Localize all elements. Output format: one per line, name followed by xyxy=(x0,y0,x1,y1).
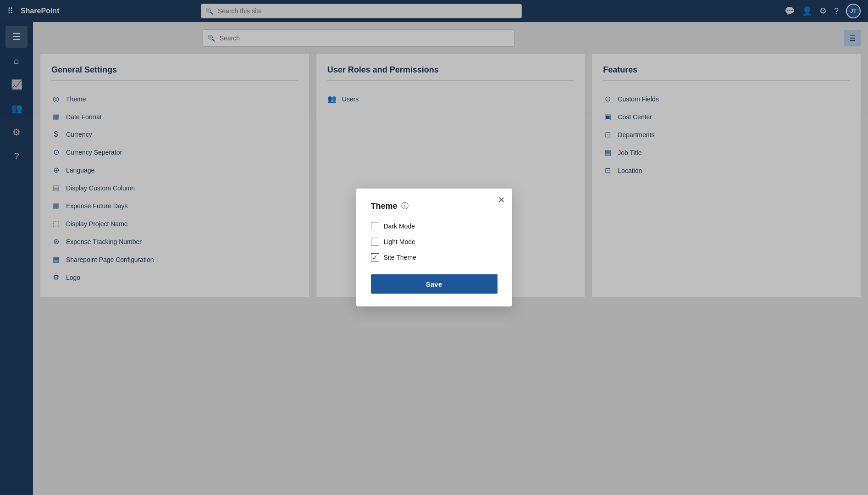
modal-close-button[interactable]: ✕ xyxy=(498,196,505,204)
modal-header: Theme ⓘ xyxy=(371,201,498,211)
modal-overlay: Theme ⓘ ✕ Dark Mode Light Mode ✓ Site Th… xyxy=(0,0,868,495)
site-theme-label: Site Theme xyxy=(384,254,416,261)
radio-item-dark-mode[interactable]: Dark Mode xyxy=(371,222,498,230)
theme-modal: Theme ⓘ ✕ Dark Mode Light Mode ✓ Site Th… xyxy=(356,189,512,306)
save-button[interactable]: Save xyxy=(371,274,498,294)
modal-title: Theme xyxy=(371,201,398,211)
radio-item-light-mode[interactable]: Light Mode xyxy=(371,238,498,246)
dark-mode-checkbox[interactable] xyxy=(371,222,379,230)
light-mode-checkbox[interactable] xyxy=(371,238,379,246)
site-theme-checkbox[interactable]: ✓ xyxy=(371,253,379,261)
dark-mode-label: Dark Mode xyxy=(384,222,415,230)
info-icon[interactable]: ⓘ xyxy=(401,201,409,211)
radio-item-site-theme[interactable]: ✓ Site Theme xyxy=(371,253,498,261)
light-mode-label: Light Mode xyxy=(384,238,415,245)
theme-radio-group: Dark Mode Light Mode ✓ Site Theme xyxy=(371,222,498,261)
